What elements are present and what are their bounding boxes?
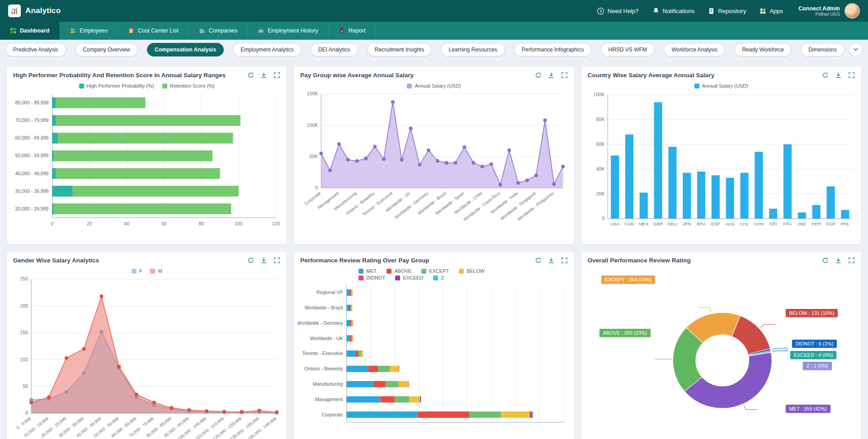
refresh-button[interactable]: [535, 72, 542, 79]
download-button[interactable]: [835, 72, 842, 79]
refresh-button[interactable]: [247, 72, 254, 79]
svg-text:CHN: CHN: [754, 221, 763, 226]
card-header: Country Wise Salary Average Annual Salar…: [581, 66, 861, 80]
pill-compensation-analysis[interactable]: Compensation Analysis: [147, 43, 224, 56]
pill-dimensions[interactable]: Dimensions: [801, 43, 844, 56]
pill-workforce-analysis[interactable]: Workforce Analysis: [664, 43, 725, 56]
legend-item[interactable]: MET: [359, 268, 377, 274]
svg-text:USA: USA: [610, 221, 620, 226]
card-overall-performance: Overall Performance Review Rating EXCEPT…: [581, 251, 862, 439]
refresh-button[interactable]: [535, 257, 542, 264]
legend-label: Z: [441, 275, 444, 280]
legend-item[interactable]: Retention Score (%): [162, 83, 215, 89]
download-button[interactable]: [835, 257, 842, 264]
pill-recruitment-insights[interactable]: Recruitment Insights: [367, 43, 432, 56]
pill-employment-analytics[interactable]: Employment Analytics: [233, 43, 301, 56]
svg-text:SGP: SGP: [826, 221, 835, 226]
expand-button[interactable]: [848, 72, 855, 79]
user-menu[interactable]: Connect Admin Prithwi UKG: [798, 3, 860, 19]
tab-dashboard[interactable]: Dashboard: [0, 22, 60, 40]
legend-label: EXCEED: [403, 275, 423, 280]
stacked-hbar-chart-canvas: Regional VPWorldwide - BrazilWorldwide -…: [297, 282, 570, 436]
app-logo[interactable]: [8, 5, 21, 17]
brand: Analytico: [8, 5, 61, 17]
legend-item[interactable]: F: [132, 268, 142, 274]
expand-button[interactable]: [561, 72, 568, 79]
svg-text:PER: PER: [811, 221, 821, 226]
menu-label: Need Help?: [608, 8, 639, 14]
svg-text:70,000 - 79,999: 70,000 - 79,999: [15, 117, 49, 123]
pill-dei-analytics[interactable]: DEI Analytics: [311, 43, 358, 56]
menu-notifications[interactable]: Notifications: [652, 7, 695, 14]
tab-employment-history[interactable]: Employment History: [248, 22, 329, 40]
svg-text:80,000 - 89,999: 80,000 - 89,999: [15, 100, 49, 105]
download-button[interactable]: [260, 257, 267, 264]
legend-item[interactable]: Annual Salary (USD): [407, 83, 461, 89]
svg-text:80: 80: [198, 221, 204, 226]
pill-ready-workforce[interactable]: Ready Workforce: [734, 43, 791, 56]
download-button[interactable]: [548, 72, 555, 79]
expand-button[interactable]: [274, 257, 280, 264]
legend-item[interactable]: Z: [433, 275, 444, 280]
refresh-button[interactable]: [247, 257, 254, 264]
cost-center-icon: [128, 28, 134, 34]
legend-item[interactable]: Annual Salary (USD): [694, 83, 748, 89]
tab-cost-center-list[interactable]: Cost Center List: [118, 22, 189, 40]
expand-button[interactable]: [561, 257, 568, 264]
svg-text:200: 200: [20, 303, 28, 308]
chart-legend: METABOVEEXCEPTBELOWDIDNOTEXCEEDZ: [355, 266, 513, 281]
pill-learning-resources[interactable]: Learning Resources: [441, 43, 505, 56]
more-filters-button[interactable]: [849, 43, 863, 56]
legend-item[interactable]: EXCEPT: [421, 268, 449, 274]
expand-button[interactable]: [848, 257, 855, 264]
svg-text:CAN: CAN: [624, 221, 634, 226]
tab-label: Employment History: [268, 28, 318, 34]
chart-legend: High Performer Probability (%)Retention …: [7, 80, 287, 89]
svg-text:100K: 100K: [307, 122, 318, 128]
expand-icon: [561, 258, 568, 265]
refresh-icon: [247, 258, 254, 265]
svg-text:0: 0: [602, 216, 604, 221]
pill-performance-infographics[interactable]: Performance Infographics: [514, 43, 591, 56]
svg-text:250: 250: [20, 276, 28, 282]
hbar-chart-canvas: 02040608010012080,000 - 89,99970,000 - 7…: [10, 90, 283, 231]
legend-item[interactable]: DIDNOT: [359, 275, 385, 280]
download-button[interactable]: [548, 257, 555, 264]
legend-label: Annual Salary (USD): [702, 83, 748, 89]
legend-item[interactable]: BELOW: [459, 268, 485, 274]
chart-logo-icon: [10, 7, 19, 15]
svg-text:?: ?: [599, 9, 602, 13]
menu-repository[interactable]: Repository: [708, 8, 746, 14]
svg-text:IND: IND: [798, 221, 806, 226]
refresh-icon: [822, 73, 829, 80]
tab-companies[interactable]: Companies: [189, 22, 248, 40]
pill-hrsd-vs-wfm[interactable]: HRSD VS WFM: [601, 43, 655, 56]
pill-predictive-analysis[interactable]: Predictive Analysis: [5, 43, 66, 56]
menu-apps[interactable]: Apps: [760, 8, 783, 14]
legend-swatch: [694, 84, 699, 89]
legend-swatch: [359, 269, 363, 274]
card-toolbar: [247, 257, 280, 264]
menu-need-help[interactable]: ?Need Help?: [597, 7, 639, 15]
refresh-button[interactable]: [822, 257, 829, 264]
card-toolbar: [535, 72, 568, 79]
tab-report[interactable]: Report: [329, 22, 376, 40]
chart-title: Performance Review Rating Over Pay Group: [300, 257, 429, 264]
legend-item[interactable]: M: [150, 268, 162, 274]
card-header: Gender Wise Salary Analytics: [7, 252, 287, 266]
legend-item[interactable]: High Performer Probability (%): [79, 83, 154, 89]
donut-label-below: BELOW : 131 (15%): [786, 309, 838, 317]
tab-label: Cost Center List: [138, 28, 179, 34]
tab-employees[interactable]: Employees: [60, 22, 118, 40]
legend-item[interactable]: ABOVE: [387, 268, 411, 274]
card-header: Pay Group wise Average Annual Salary: [294, 66, 574, 80]
expand-button[interactable]: [274, 72, 280, 79]
legend-item[interactable]: EXCEED: [395, 275, 423, 280]
card-header: Performance Review Rating Over Pay Group: [294, 252, 574, 266]
refresh-button[interactable]: [822, 72, 829, 79]
svg-text:100: 100: [235, 221, 243, 226]
download-button[interactable]: [260, 72, 267, 79]
user-avatar[interactable]: [844, 3, 860, 19]
svg-text:PHL: PHL: [840, 221, 849, 226]
pill-company-overview[interactable]: Company Overview: [75, 43, 138, 56]
